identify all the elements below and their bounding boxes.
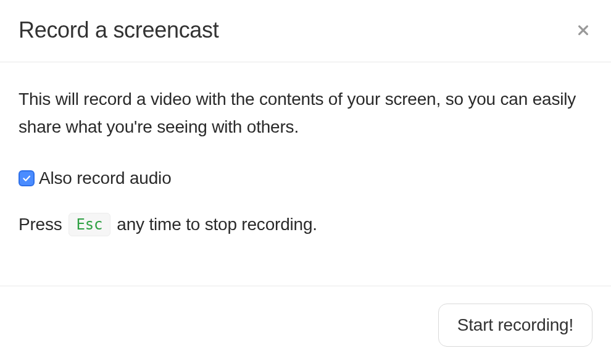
start-recording-button[interactable]: Start recording! [438, 304, 592, 347]
hint-prefix: Press [19, 215, 62, 234]
hint-suffix: any time to stop recording. [117, 215, 317, 234]
check-icon [22, 173, 31, 183]
audio-checkbox-label: Also record audio [39, 168, 172, 188]
audio-checkbox[interactable] [19, 170, 35, 186]
close-icon [576, 23, 590, 37]
description-text: This will record a video with the conten… [19, 86, 592, 141]
modal-header: Record a screencast [0, 0, 611, 62]
modal-body: This will record a video with the conten… [0, 62, 611, 286]
modal-title: Record a screencast [19, 17, 218, 43]
stop-hint: Press Esc any time to stop recording. [19, 213, 592, 236]
audio-checkbox-row: Also record audio [19, 168, 592, 188]
esc-key: Esc [69, 213, 111, 236]
close-button[interactable] [574, 21, 592, 39]
record-screencast-modal: Record a screencast This will record a v… [0, 0, 611, 364]
modal-footer: Start recording! [0, 286, 611, 364]
